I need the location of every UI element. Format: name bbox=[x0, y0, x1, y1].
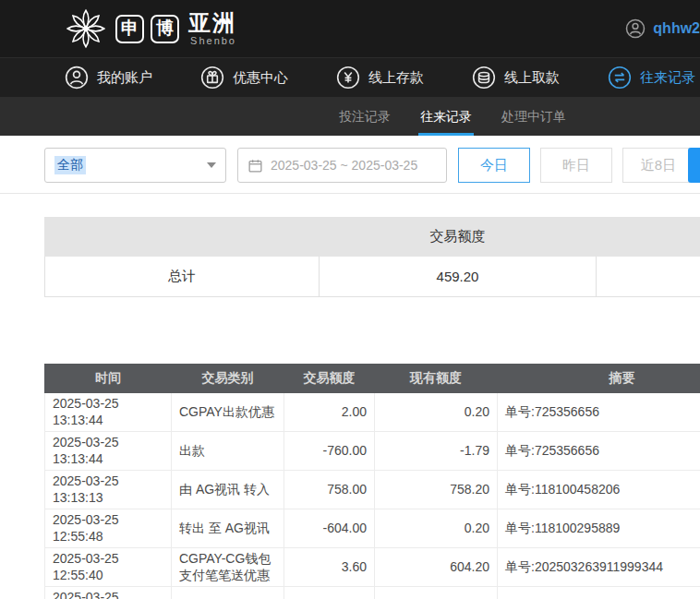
summary-header-amount: 交易额度 bbox=[320, 218, 597, 257]
logo-char-bo: 博 bbox=[151, 15, 179, 43]
records-table: 时间 交易类别 交易额度 现有额度 摘要 2025-03-25 13:13:44… bbox=[44, 364, 700, 599]
nav-item-label: 我的账户 bbox=[97, 69, 152, 87]
cell-time: 2025-03-25 12:55:40 bbox=[45, 587, 172, 599]
summary-header-row: 交易额度 bbox=[45, 218, 700, 257]
logo-char-shen: 申 bbox=[115, 15, 144, 43]
main-navigation: 我的账户 优惠中心 线上存款 线上取款 bbox=[0, 57, 700, 97]
table-row: 2025-03-25 12:55:40 CGPAY-CG钱包支付笔笔送优惠 3.… bbox=[45, 548, 700, 587]
summary-total-value: 459.20 bbox=[320, 257, 597, 297]
col-header-type: 交易类别 bbox=[172, 365, 284, 393]
date-range-value: 2025-03-25 ~ 2025-03-25 bbox=[271, 158, 417, 173]
brand-logo[interactable]: 申 博 亚洲 Shenbo bbox=[63, 6, 236, 52]
cell-balance: 604.20 bbox=[375, 548, 498, 587]
summary-table: 交易额度 总计 459.20 bbox=[44, 217, 700, 297]
nav-item-label: 优惠中心 bbox=[233, 69, 288, 87]
cell-balance: 758.20 bbox=[375, 471, 498, 509]
cell-amount: 2.00 bbox=[284, 393, 375, 432]
table-row: 2025-03-25 12:55:40 CGPAY支付 600.00 600.6… bbox=[45, 587, 700, 599]
nav-item-my-account[interactable]: 我的账户 bbox=[65, 66, 152, 90]
tab-transaction-records[interactable]: 往来记录 bbox=[418, 97, 474, 136]
logo-region-en: Shenbo bbox=[188, 36, 236, 46]
tab-betting-records[interactable]: 投注记录 bbox=[337, 97, 392, 136]
nav-item-deposit[interactable]: 线上存款 bbox=[336, 66, 424, 90]
chevron-down-icon bbox=[207, 162, 216, 168]
cell-balance: 0.20 bbox=[375, 509, 498, 548]
logo-region: 亚洲 Shenbo bbox=[188, 12, 236, 46]
logo-region-cn: 亚洲 bbox=[188, 12, 236, 34]
date-range-input[interactable]: 2025-03-25 ~ 2025-03-25 bbox=[237, 148, 447, 183]
page: 申 博 亚洲 Shenbo qhhw2 我的账户 bbox=[0, 0, 700, 599]
last-8-days-button[interactable]: 近8日 bbox=[622, 148, 694, 183]
top-bar: 申 博 亚洲 Shenbo qhhw2 bbox=[0, 0, 700, 57]
cell-amount: -604.00 bbox=[284, 509, 375, 548]
summary-header-empty bbox=[45, 218, 320, 257]
record-tabs: 投注记录 往来记录 处理中订单 bbox=[337, 97, 568, 136]
cell-amount: 758.00 bbox=[284, 471, 375, 509]
nav-item-transaction-records[interactable]: 往来记录 bbox=[608, 66, 695, 90]
table-row: 2025-03-25 13:13:13 由 AG视讯 转入 758.00 758… bbox=[45, 471, 700, 509]
nav-item-label: 线上存款 bbox=[368, 69, 424, 87]
tab-processing-orders[interactable]: 处理中订单 bbox=[500, 97, 568, 136]
calendar-icon bbox=[247, 158, 263, 174]
col-header-amount: 交易额度 bbox=[284, 365, 375, 393]
withdraw-coin-icon bbox=[472, 66, 496, 90]
summary-total-extra bbox=[597, 257, 700, 297]
cell-summary: 单号:118100458206 bbox=[498, 471, 700, 509]
cell-type: CGPAY出款优惠 bbox=[172, 393, 284, 432]
user-account-link[interactable]: qhhw2 bbox=[625, 18, 700, 39]
cell-summary: 单号:118100295889 bbox=[498, 509, 700, 548]
cell-summary: 单号:725356656 bbox=[498, 432, 700, 471]
transaction-type-select[interactable]: 全部 bbox=[44, 148, 226, 183]
table-row: 2025-03-25 13:13:44 CGPAY出款优惠 2.00 0.20 … bbox=[45, 393, 700, 432]
cell-balance: 600.60 bbox=[375, 587, 498, 599]
cell-balance: 0.20 bbox=[375, 393, 498, 432]
nav-item-label: 线上取款 bbox=[504, 69, 560, 87]
cell-amount: 600.00 bbox=[284, 587, 375, 599]
gift-icon bbox=[200, 66, 224, 90]
search-button[interactable] bbox=[688, 148, 700, 183]
cell-time: 2025-03-25 13:13:44 bbox=[45, 432, 172, 471]
cell-type: CGPAY-CG钱包支付笔笔送优惠 bbox=[172, 548, 284, 587]
cell-type: CGPAY支付 bbox=[172, 587, 284, 599]
transfer-records-icon bbox=[608, 66, 632, 90]
summary-header-empty2 bbox=[597, 218, 700, 257]
cell-balance: -1.79 bbox=[375, 432, 498, 471]
cell-type: 出款 bbox=[172, 432, 284, 471]
yesterday-button[interactable]: 昨日 bbox=[540, 148, 612, 183]
cell-summary: 单号:202503263911999344 bbox=[498, 548, 700, 587]
user-avatar-icon bbox=[625, 18, 646, 39]
cell-time: 2025-03-25 12:55:40 bbox=[45, 548, 172, 587]
cell-summary: 单号:725356656 bbox=[498, 393, 700, 432]
summary-total-label: 总计 bbox=[45, 257, 320, 297]
username-text: qhhw2 bbox=[653, 20, 700, 37]
cell-amount: -760.00 bbox=[284, 432, 375, 471]
table-row: 2025-03-25 13:13:44 出款 -760.00 -1.79 单号:… bbox=[45, 432, 700, 471]
selected-type-value: 全部 bbox=[54, 156, 86, 174]
sub-navigation: 投注记录 往来记录 处理中订单 bbox=[0, 97, 700, 136]
filter-bar: 全部 2025-03-25 ~ 2025-03-25 今日 昨日 近8日 bbox=[0, 136, 700, 194]
cell-type: 由 AG视讯 转入 bbox=[172, 471, 284, 509]
summary-total-row: 总计 459.20 bbox=[45, 257, 700, 297]
col-header-time: 时间 bbox=[45, 365, 172, 393]
col-header-balance: 现有额度 bbox=[375, 365, 498, 393]
nav-item-label: 往来记录 bbox=[640, 69, 695, 87]
records-header-row: 时间 交易类别 交易额度 现有额度 摘要 bbox=[45, 365, 700, 393]
cell-amount: 3.60 bbox=[284, 548, 375, 587]
cell-type: 转出 至 AG视讯 bbox=[172, 509, 284, 548]
nav-item-withdrawal[interactable]: 线上取款 bbox=[472, 66, 560, 90]
flower-logo-icon bbox=[63, 6, 109, 52]
cell-time: 2025-03-25 13:13:44 bbox=[45, 393, 172, 432]
cell-time: 2025-03-25 13:13:13 bbox=[45, 471, 172, 509]
nav-item-promotions[interactable]: 优惠中心 bbox=[200, 66, 288, 90]
cell-time: 2025-03-25 12:55:48 bbox=[45, 509, 172, 548]
user-icon bbox=[65, 66, 89, 90]
col-header-summary: 摘要 bbox=[498, 365, 700, 393]
today-button[interactable]: 今日 bbox=[458, 148, 530, 183]
table-row: 2025-03-25 12:55:48 转出 至 AG视讯 -604.00 0.… bbox=[45, 509, 700, 548]
cell-summary: 单号:202503263911999344 bbox=[498, 587, 700, 599]
deposit-coin-icon bbox=[336, 66, 360, 90]
